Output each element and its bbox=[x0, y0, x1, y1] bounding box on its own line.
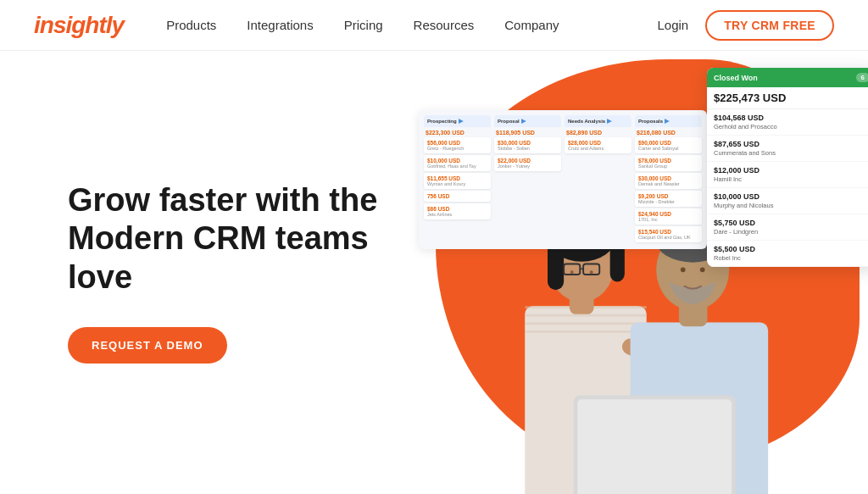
crm-row-4: $10,000 USD Murphy and Nicolaus bbox=[707, 188, 868, 214]
item-name: Mizzide - Dnebler bbox=[638, 199, 698, 204]
crm-header-label: Closed Won bbox=[714, 74, 758, 82]
pipeline-total-4: $216,080 USD bbox=[635, 130, 702, 136]
item-name: Gottfried, Haas and Tay bbox=[427, 164, 487, 169]
item-amount: $11,655 USD bbox=[427, 175, 487, 181]
item-amount: $28,000 USD bbox=[568, 140, 628, 146]
crm-closed-won-card: Closed Won 6 $225,473 USD $104,568 USD G… bbox=[707, 68, 868, 267]
item-amount: $86 USD bbox=[427, 206, 487, 212]
nav-company[interactable]: Company bbox=[504, 18, 559, 32]
pipeline-col-header-3: Needs Analysis ▶ bbox=[565, 115, 632, 127]
svg-rect-23 bbox=[577, 399, 732, 494]
pipeline-total-2: $118,905 USD bbox=[494, 130, 561, 136]
crm-total-amount: $225,473 USD bbox=[707, 87, 868, 109]
pipeline-item: $11,655 USD Wyman and Koury bbox=[424, 173, 491, 189]
crm-row-name: Cummerata and Sons bbox=[714, 149, 868, 157]
item-amount: $90,000 USD bbox=[638, 140, 698, 146]
login-link[interactable]: Login bbox=[657, 18, 688, 32]
col-label-2: Proposal bbox=[498, 119, 520, 124]
item-name: Stobbe - Solten bbox=[498, 146, 558, 151]
hero-visual: Prospecting ▶ $223,300 USD $56,000 USD G… bbox=[359, 51, 868, 494]
pipeline-total-3: $82,890 USD bbox=[565, 130, 632, 136]
arrow-icon-4: ▶ bbox=[665, 118, 669, 125]
item-name: Jets Airlines bbox=[427, 212, 487, 217]
item-name: Carter and Sabnyal bbox=[638, 146, 698, 151]
pipeline-item: $30,000 USD Stobbe - Solten bbox=[494, 137, 561, 153]
pipeline-col-proposal: Proposal ▶ $118,905 USD $30,000 USD Stob… bbox=[494, 115, 561, 244]
crm-row-name: Dare - Lindgren bbox=[714, 228, 868, 236]
pipeline-item: $28,000 USD Crutz and Adams bbox=[565, 137, 632, 153]
item-amount: $56,000 USD bbox=[427, 140, 487, 146]
pipeline-col-header-1: Prospecting ▶ bbox=[424, 115, 491, 127]
item-amount: $10,000 USD bbox=[427, 158, 487, 164]
pipeline-item: 756 USD bbox=[424, 191, 491, 202]
pipeline-col-prospecting: Prospecting ▶ $223,300 USD $56,000 USD G… bbox=[424, 115, 491, 244]
col-label-3: Needs Analysis bbox=[568, 119, 605, 124]
crm-badge: 6 bbox=[856, 73, 868, 82]
crm-row-amount: $5,500 USD bbox=[714, 245, 868, 253]
pipeline-item: $86 USD Jets Airlines bbox=[424, 203, 491, 219]
item-name: Gretz - Ruegench bbox=[427, 146, 487, 151]
svg-rect-3 bbox=[525, 314, 646, 317]
pipeline-item: $56,000 USD Gretz - Ruegench bbox=[424, 137, 491, 153]
item-amount: $78,000 USD bbox=[638, 158, 698, 164]
svg-rect-4 bbox=[525, 322, 646, 325]
hero-section: Grow faster with the Modern CRM teams lo… bbox=[0, 51, 868, 494]
arrow-icon-1: ▶ bbox=[459, 118, 463, 125]
header: insightly Products Integrations Pricing … bbox=[0, 0, 868, 51]
nav-integrations[interactable]: Integrations bbox=[247, 18, 313, 32]
crm-row-amount: $87,655 USD bbox=[714, 140, 868, 148]
arrow-icon-2: ▶ bbox=[521, 118, 526, 125]
item-name: Wyman and Koury bbox=[427, 181, 487, 186]
item-name: 1701, Inc bbox=[638, 217, 698, 222]
crm-row-amount: $5,750 USD bbox=[714, 219, 868, 227]
nav-resources[interactable]: Resources bbox=[414, 18, 475, 32]
item-name: Jonker - Yutney bbox=[498, 164, 558, 169]
col-label-1: Prospecting bbox=[427, 119, 457, 124]
crm-row-3: $12,000 USD Hamill Inc bbox=[707, 162, 868, 188]
crm-row-6: $5,500 USD Robel Inc bbox=[707, 241, 868, 267]
crm-row-amount: $10,000 USD bbox=[714, 192, 868, 201]
nav-pricing[interactable]: Pricing bbox=[344, 18, 383, 32]
crm-row-amount: $104,568 USD bbox=[714, 114, 868, 122]
crm-row-1: $104,568 USD Gerhold and Prosacco bbox=[707, 109, 868, 136]
hero-title: Grow faster with the Modern CRM teams lo… bbox=[68, 181, 390, 297]
svg-point-15 bbox=[590, 270, 593, 274]
col-label-4: Proposals bbox=[638, 119, 663, 124]
pipeline-item: $22,000 USD Jonker - Yutney bbox=[494, 155, 561, 171]
item-name: Sanlud Group bbox=[638, 164, 698, 169]
pipeline-item: $30,000 USD Demak and Neasler bbox=[635, 173, 702, 189]
main-nav: Products Integrations Pricing Resources … bbox=[166, 18, 657, 32]
pipeline-item: $78,000 USD Sanlud Group bbox=[635, 155, 702, 171]
item-amount: $30,000 USD bbox=[638, 175, 698, 181]
pipeline-col-header-4: Proposals ▶ bbox=[635, 115, 702, 127]
header-actions: Login TRY CRM FREE bbox=[657, 10, 834, 41]
crm-row-2: $87,655 USD Cummerata and Sons bbox=[707, 136, 868, 162]
pipeline-item: $15,540 USD Clacpurt Oil and Gas, UK bbox=[635, 226, 702, 242]
nav-products[interactable]: Products bbox=[166, 18, 216, 32]
laptop bbox=[557, 396, 752, 494]
item-name: Clacpurt Oil and Gas, UK bbox=[638, 235, 698, 240]
pipeline-col-header-2: Proposal ▶ bbox=[494, 115, 561, 127]
pipeline-board: Prospecting ▶ $223,300 USD $56,000 USD G… bbox=[419, 110, 707, 249]
item-amount: $24,940 USD bbox=[638, 211, 698, 217]
crm-row-amount: $12,000 USD bbox=[714, 166, 868, 175]
pipeline-col-needs: Needs Analysis ▶ $82,890 USD $28,000 USD… bbox=[565, 115, 632, 244]
crm-card-header: Closed Won 6 bbox=[707, 68, 868, 87]
item-amount: $15,540 USD bbox=[638, 229, 698, 235]
svg-point-14 bbox=[570, 270, 574, 274]
item-amount: $22,000 USD bbox=[498, 158, 558, 164]
svg-point-21 bbox=[700, 267, 705, 272]
logo[interactable]: insightly bbox=[34, 12, 124, 39]
svg-rect-5 bbox=[525, 330, 646, 333]
try-crm-button[interactable]: TRY CRM FREE bbox=[705, 10, 834, 41]
crm-row-name: Murphy and Nicolaus bbox=[714, 202, 868, 209]
request-demo-button[interactable]: REQUEST A DEMO bbox=[68, 327, 227, 364]
pipeline-item: $10,000 USD Gottfried, Haas and Tay bbox=[424, 155, 491, 171]
crm-row-name: Hamill Inc bbox=[714, 175, 868, 183]
item-amount: $30,000 USD bbox=[498, 140, 558, 146]
pipeline-item: $9,200 USD Mizzide - Dnebler bbox=[635, 191, 702, 207]
item-name: Crutz and Adams bbox=[568, 146, 628, 151]
hero-text: Grow faster with the Modern CRM teams lo… bbox=[68, 181, 390, 364]
pipeline-item: $90,000 USD Carter and Sabnyal bbox=[635, 137, 702, 153]
crm-row-name: Gerhold and Prosacco bbox=[714, 123, 868, 130]
